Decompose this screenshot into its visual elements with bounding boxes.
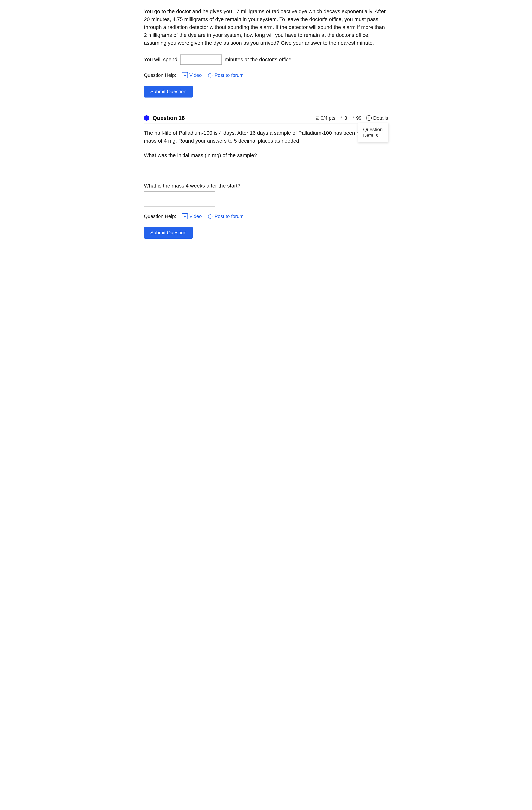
help-label-1: Question Help:	[144, 72, 176, 78]
video-link-2[interactable]: ▶ Video	[182, 213, 202, 219]
video-icon-2: ▶	[182, 213, 188, 219]
video-label-1: Video	[189, 72, 202, 78]
video-label-2: Video	[189, 213, 202, 219]
details-label: Details	[373, 115, 388, 121]
redo-item: ↷ 99	[352, 115, 361, 121]
question-help-2: Question Help: ▶ Video ◯ Post to forum	[144, 213, 388, 219]
question-meta-2: ☑ 0/4 pts ↶ 3 ↷ 99 i Details Question De…	[315, 115, 388, 121]
section-1: You go to the doctor and he gives you 17…	[134, 0, 398, 107]
q2-label-1: What was the initial mass (in mg) of the…	[144, 152, 388, 158]
section-2: Question 18 ☑ 0/4 pts ↶ 3 ↷ 99 i Details…	[134, 107, 398, 248]
question-title-row-2: Question 18	[144, 115, 185, 121]
tooltip-line-2: Details	[363, 132, 383, 138]
forum-icon-2: ◯	[207, 213, 213, 219]
redo-icon: ↷	[352, 116, 355, 120]
forum-link-2[interactable]: ◯ Post to forum	[207, 213, 244, 219]
question-dot-2	[144, 115, 149, 120]
details-button[interactable]: i Details Question Details	[366, 115, 388, 121]
redo-count: 99	[356, 115, 361, 121]
forum-link-1[interactable]: ◯ Post to forum	[207, 72, 244, 78]
q2-label-2: What is the mass 4 weeks after the start…	[144, 183, 388, 189]
q2-input-wrap-2: What is the mass 4 weeks after the start…	[144, 183, 388, 207]
undo-count: 3	[344, 115, 347, 121]
answer-suffix: minutes at the doctor's office.	[225, 56, 293, 63]
forum-label-2: Post to forum	[214, 213, 244, 219]
video-icon-1: ▶	[182, 72, 188, 78]
answer-prefix: You will spend	[144, 56, 177, 63]
pts-item: ☑ 0/4 pts	[315, 115, 335, 121]
forum-label-1: Post to forum	[214, 72, 244, 78]
section-divider	[144, 123, 388, 124]
submit-button-1[interactable]: Submit Question	[144, 86, 193, 98]
video-link-1[interactable]: ▶ Video	[182, 72, 202, 78]
answer-row-1: You will spend minutes at the doctor's o…	[144, 54, 388, 65]
help-label-2: Question Help:	[144, 213, 176, 219]
tooltip-line-1: Question	[363, 127, 383, 132]
question-2-text: The half-life of Palladium-100 is 4 days…	[144, 129, 388, 145]
pts-label: 0/4 pts	[321, 115, 335, 121]
question-help-1: Question Help: ▶ Video ◯ Post to forum	[144, 72, 388, 78]
question-header-2: Question 18 ☑ 0/4 pts ↶ 3 ↷ 99 i Details…	[144, 115, 388, 121]
question-title-2: Question 18	[152, 115, 185, 121]
undo-item: ↶ 3	[340, 115, 347, 121]
info-icon: i	[366, 115, 372, 121]
details-tooltip: Question Details	[358, 123, 388, 142]
answer-input-1[interactable]	[180, 54, 222, 65]
q2-input-1[interactable]	[144, 161, 215, 176]
question-1-text: You go to the doctor and he gives you 17…	[144, 7, 388, 47]
q2-input-2[interactable]	[144, 192, 215, 207]
checkmark-icon: ☑	[315, 115, 320, 121]
q2-input-wrap-1: What was the initial mass (in mg) of the…	[144, 152, 388, 176]
submit-button-2[interactable]: Submit Question	[144, 227, 193, 239]
undo-icon: ↶	[340, 116, 343, 120]
forum-icon-1: ◯	[207, 72, 213, 78]
